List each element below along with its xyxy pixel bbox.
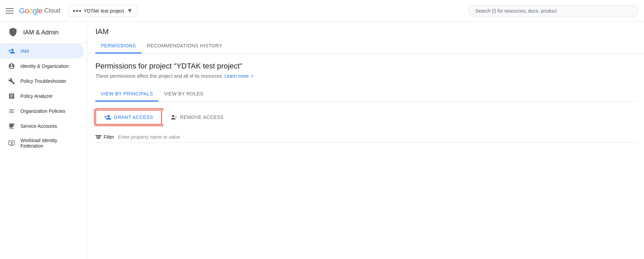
person-circle-icon	[8, 63, 15, 70]
project-dropdown-icon: ▼	[127, 7, 133, 14]
sidebar-item-workload-identity-label: Workload Identity Federation	[20, 138, 76, 149]
sidebar-item-policy-troubleshooter[interactable]: Policy Troubleshooter	[0, 74, 84, 89]
filter-bar: Filter Enter property name or value	[95, 132, 636, 143]
main-layout: IAM & Admin IAM Identity & Organization	[0, 22, 644, 259]
filter-icon	[95, 135, 102, 139]
page-title-bar: IAM	[87, 22, 644, 36]
filter-label: Filter	[104, 134, 114, 140]
sub-tab-by-roles[interactable]: VIEW BY ROLES	[158, 87, 209, 102]
list-icon	[8, 108, 15, 115]
permissions-subtitle: These permissions affect this project an…	[95, 73, 636, 79]
sidebar-item-service-accounts-label: Service Accounts	[20, 123, 57, 129]
permissions-title: Permissions for project "YDTAK test proj…	[95, 62, 636, 71]
monitor-person-icon	[8, 123, 15, 130]
sub-tabs: VIEW BY PRINCIPALS VIEW BY ROLES	[95, 87, 636, 102]
project-icon	[73, 10, 81, 12]
sidebar-item-org-policies-label: Organization Policies	[20, 108, 65, 114]
sidebar-item-service-accounts[interactable]: Service Accounts	[0, 119, 84, 134]
google-cloud-logo: Google Cloud	[19, 6, 60, 15]
document-search-icon	[8, 93, 15, 100]
action-buttons: GRANT ACCESS REMOVE ACCESS	[95, 110, 636, 125]
remove-access-button[interactable]: REMOVE ACCESS	[162, 110, 232, 124]
sidebar-item-identity-org-label: Identity & Organization	[20, 63, 69, 69]
hamburger-menu-button[interactable]	[5, 7, 14, 15]
sidebar-item-policy-analyzer-label: Policy Analyzer	[20, 93, 53, 99]
sidebar-product-title: IAM & Admin	[23, 29, 59, 36]
search-bar[interactable]: Search (/) for resources, docs, product	[468, 5, 639, 17]
cloud-label: Cloud	[44, 7, 60, 14]
sub-tab-by-principals[interactable]: VIEW BY PRINCIPALS	[95, 87, 158, 102]
remove-access-label: REMOVE ACCESS	[180, 115, 224, 120]
main-content: IAM PERMISSIONS RECOMMENDATIONS HISTORY …	[87, 22, 644, 259]
sidebar: IAM & Admin IAM Identity & Organization	[0, 22, 87, 259]
grant-access-label: GRANT ACCESS	[114, 115, 153, 120]
grant-access-button[interactable]: GRANT ACCESS	[95, 110, 162, 125]
monitor-key-icon	[8, 140, 15, 147]
main-tabs: PERMISSIONS RECOMMENDATIONS HISTORY	[87, 39, 644, 54]
content-area: Permissions for project "YDTAK test proj…	[87, 54, 644, 151]
sidebar-item-identity-org[interactable]: Identity & Organization	[0, 59, 84, 74]
remove-access-icon	[170, 114, 177, 121]
sidebar-item-iam-label: IAM	[20, 48, 29, 54]
sidebar-item-org-policies[interactable]: Organization Policies	[0, 104, 84, 119]
tab-recommendations[interactable]: RECOMMENDATIONS HISTORY	[141, 39, 228, 54]
filter-input[interactable]: Enter property name or value	[118, 134, 180, 140]
topbar: Google Cloud YDTAK test project ▼ Search…	[0, 0, 644, 22]
sidebar-item-policy-troubleshooter-label: Policy Troubleshooter	[20, 78, 66, 84]
learn-more-link[interactable]: Learn more	[225, 73, 254, 79]
grant-access-icon	[104, 114, 111, 121]
person-add-icon	[8, 48, 15, 55]
sidebar-product-header: IAM & Admin	[0, 22, 87, 44]
project-name: YDTAK test project	[84, 8, 124, 14]
sidebar-item-policy-analyzer[interactable]: Policy Analyzer	[0, 89, 84, 104]
shield-icon	[8, 27, 18, 38]
project-selector[interactable]: YDTAK test project ▼	[68, 5, 137, 17]
filter-container: Filter	[95, 134, 114, 140]
page-title: IAM	[95, 27, 636, 36]
sidebar-item-iam[interactable]: IAM	[0, 44, 84, 59]
wrench-icon	[8, 78, 15, 85]
sidebar-item-workload-identity[interactable]: Workload Identity Federation	[0, 134, 84, 153]
tab-permissions[interactable]: PERMISSIONS	[95, 39, 141, 54]
